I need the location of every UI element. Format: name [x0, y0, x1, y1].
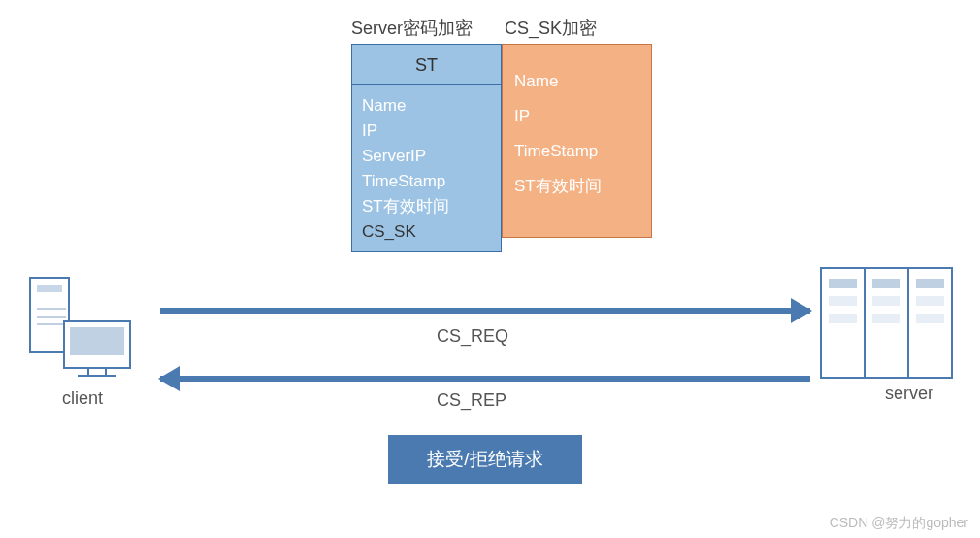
rack-icon	[907, 267, 953, 379]
st-header: ST	[352, 45, 501, 85]
accept-reject-box: 接受/拒绝请求	[388, 435, 582, 484]
rack-icon	[864, 267, 909, 379]
client-icon	[29, 277, 146, 384]
watermark: CSDN @努力的gopher	[830, 515, 968, 532]
request-label: CS_REQ	[437, 326, 508, 347]
arrowhead-right-icon	[791, 298, 812, 323]
server-encrypted-box: ST Name IP ServerIP TimeStamp ST有效时间 CS_…	[351, 44, 502, 252]
server-icon	[820, 267, 951, 379]
rightbox-title: CS_SK加密	[505, 17, 597, 40]
response-label: CS_REP	[437, 390, 506, 411]
server-label: server	[885, 384, 933, 404]
rack-icon	[820, 267, 866, 379]
field: ST有效时间	[514, 169, 639, 204]
field: Name	[514, 64, 639, 99]
field: CS_SK	[362, 219, 491, 245]
field: TimeStamp	[362, 169, 491, 194]
monitor-icon	[63, 320, 131, 369]
client-label: client	[34, 388, 131, 409]
leftbox-title: Server密码加密	[351, 17, 473, 40]
field: Name	[362, 93, 491, 118]
cssk-encrypted-box: Name IP TimeStamp ST有效时间	[502, 44, 652, 238]
field: TimeStamp	[514, 134, 639, 169]
field: IP	[362, 118, 491, 144]
field: ST有效时间	[362, 194, 491, 219]
field: ServerIP	[362, 144, 491, 169]
field: IP	[514, 99, 639, 134]
arrowhead-left-icon	[158, 366, 180, 391]
